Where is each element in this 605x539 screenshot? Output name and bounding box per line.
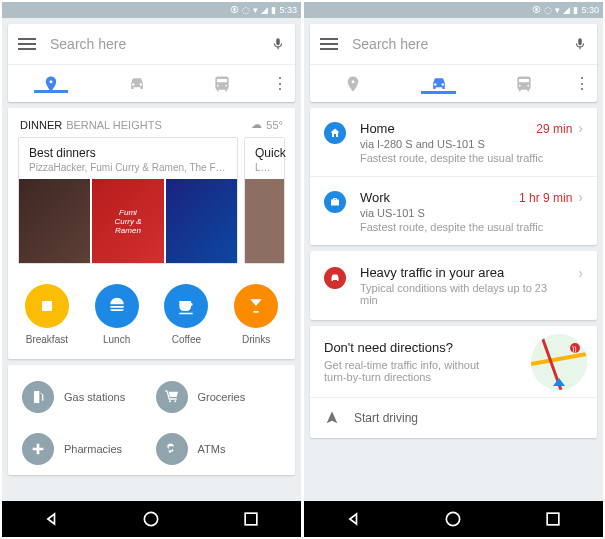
pharmacy-icon (22, 433, 54, 465)
traffic-title: Heavy traffic in your area (360, 265, 558, 280)
home-button[interactable] (141, 509, 161, 529)
home-icon (324, 122, 346, 144)
battery-icon: ▮ (573, 5, 578, 15)
temp: 55° (266, 119, 283, 131)
carousel-images: FumiCurry &Ramen (19, 179, 237, 263)
dest-name: Home (360, 121, 395, 136)
carousel-subtitle: PizzaHacker, Fumi Curry & Ramen, The Fro… (29, 162, 227, 173)
nearby-label: ATMs (198, 443, 226, 455)
menu-icon[interactable] (18, 38, 36, 50)
dest-time: 29 min (536, 122, 572, 136)
nav-bar (304, 501, 603, 537)
carousel-card[interactable]: Quick La Alt (244, 137, 285, 264)
gas-icon (22, 381, 54, 413)
wifi-icon: ▾ (555, 5, 560, 15)
back-button[interactable] (344, 509, 364, 529)
dest-via: via US-101 S (360, 207, 583, 219)
dest-name: Work (360, 190, 390, 205)
atm-icon (156, 433, 188, 465)
start-driving-button[interactable]: Start driving (310, 397, 597, 438)
dinner-header: DINNER BERNAL HEIGHTS ☁ 55° (8, 108, 295, 137)
start-driving-label: Start driving (354, 411, 418, 425)
status-time: 5:33 (279, 5, 297, 15)
tab-driving[interactable] (94, 74, 180, 94)
mic-icon[interactable] (573, 34, 587, 54)
dest-via: via I-280 S and US-101 S (360, 138, 583, 150)
recents-button[interactable] (241, 509, 261, 529)
traffic-icon (324, 267, 346, 289)
quick-breakfast[interactable]: Breakfast (12, 284, 82, 345)
search-input[interactable]: Search here (50, 36, 257, 52)
nodir-subtitle: Get real-time traffic info, without turn… (324, 359, 504, 383)
svg-point-1 (145, 512, 158, 525)
nearby-card: Gas stations Groceries Pharmacies ATMs (8, 365, 295, 475)
quick-drinks[interactable]: Drinks (221, 284, 291, 345)
nearby-atms[interactable]: ATMs (152, 423, 286, 475)
svg-rect-0 (42, 301, 52, 311)
nearby-pharmacies[interactable]: Pharmacies (18, 423, 152, 475)
carousel-title: Quick (255, 146, 274, 160)
quick-lunch[interactable]: Lunch (82, 284, 152, 345)
cloud-icon: ◌ (544, 5, 552, 15)
battery-icon: ▮ (271, 5, 276, 15)
tab-explore[interactable] (8, 75, 94, 93)
carousel-card[interactable]: Best dinners PizzaHacker, Fumi Curry & R… (18, 137, 238, 264)
svg-rect-2 (245, 513, 257, 525)
lunch-icon (95, 284, 139, 328)
menu-icon[interactable] (320, 38, 338, 50)
tab-explore[interactable] (310, 75, 396, 93)
quick-label: Breakfast (26, 334, 68, 345)
status-bar: ⦿ ◌ ▾ ◢ ▮ 5:30 (304, 2, 603, 18)
search-row[interactable]: Search here (8, 24, 295, 64)
search-card: Search here ⋮ (8, 24, 295, 102)
nearby-gas[interactable]: Gas stations (18, 371, 152, 423)
cloud-icon: ◌ (242, 5, 250, 15)
status-bar: ⦿ ◌ ▾ ◢ ▮ 5:33 (2, 2, 301, 18)
phone-left: ⦿ ◌ ▾ ◢ ▮ 5:33 Search here ⋮ DINNER BERN… (2, 2, 301, 537)
dinner-card: DINNER BERNAL HEIGHTS ☁ 55° Best dinners… (8, 108, 295, 359)
dest-note: Fastest route, despite the usual traffic (360, 152, 583, 164)
chevron-right-icon: › (578, 120, 583, 136)
navigation-icon (324, 410, 340, 426)
svg-point-6 (447, 512, 460, 525)
quick-coffee[interactable]: Coffee (152, 284, 222, 345)
tab-transit[interactable] (179, 74, 265, 94)
status-time: 5:30 (581, 5, 599, 15)
svg-text:)): )) (572, 345, 577, 353)
overflow-menu[interactable]: ⋮ (567, 74, 597, 93)
overflow-menu[interactable]: ⋮ (265, 74, 295, 93)
dinner-carousel[interactable]: Best dinners PizzaHacker, Fumi Curry & R… (8, 137, 295, 274)
mic-icon[interactable] (271, 34, 285, 54)
carousel-title: Best dinners (29, 146, 227, 160)
cart-icon (156, 381, 188, 413)
traffic-card[interactable]: Heavy traffic in your area Typical condi… (310, 251, 597, 320)
signal-icon: ◢ (261, 5, 268, 15)
recents-button[interactable] (543, 509, 563, 529)
chevron-right-icon: › (578, 189, 583, 205)
traffic-subtitle: Typical conditions with delays up to 23 … (360, 282, 558, 306)
tab-transit[interactable] (481, 74, 567, 94)
nearby-label: Pharmacies (64, 443, 122, 455)
dest-time: 1 hr 9 min (519, 191, 572, 205)
destination-work[interactable]: Work 1 hr 9 min › via US-101 S Fastest r… (310, 177, 597, 245)
drinks-icon (234, 284, 278, 328)
dest-note: Fastest route, despite the usual traffic (360, 221, 583, 233)
quick-label: Drinks (242, 334, 270, 345)
back-button[interactable] (42, 509, 62, 529)
destination-home[interactable]: Home 29 min › via I-280 S and US-101 S F… (310, 108, 597, 177)
no-directions-body[interactable]: Don't need directions? Get real-time tra… (310, 326, 597, 397)
destinations-card: Home 29 min › via I-280 S and US-101 S F… (310, 108, 597, 245)
tab-driving[interactable] (396, 74, 482, 94)
location-icon: ⦿ (230, 5, 239, 15)
search-card: Search here ⋮ (310, 24, 597, 102)
content-left: DINNER BERNAL HEIGHTS ☁ 55° Best dinners… (2, 102, 301, 501)
search-row[interactable]: Search here (310, 24, 597, 64)
home-button[interactable] (443, 509, 463, 529)
dinner-location: BERNAL HEIGHTS (66, 119, 162, 131)
coffee-icon (164, 284, 208, 328)
breakfast-icon (25, 284, 69, 328)
quick-categories: Breakfast Lunch Coffee Drinks (8, 274, 295, 359)
nearby-groceries[interactable]: Groceries (152, 371, 286, 423)
tabs: ⋮ (310, 64, 597, 102)
search-input[interactable]: Search here (352, 36, 559, 52)
